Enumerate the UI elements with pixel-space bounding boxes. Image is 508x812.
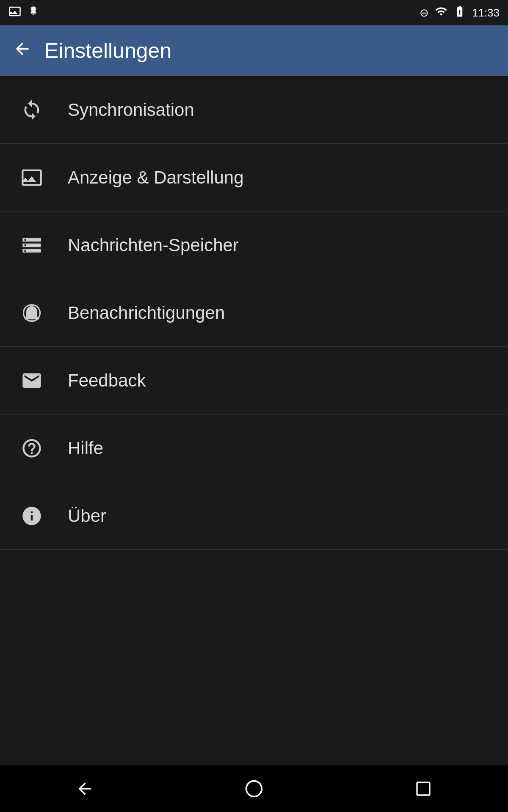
- gallery-icon: [8, 5, 21, 20]
- settings-item-feedback[interactable]: Feedback: [0, 347, 508, 414]
- settings-item-ueber[interactable]: Über: [0, 482, 508, 550]
- dnd-icon: ⊖: [420, 6, 429, 19]
- dropbox-icon: [27, 5, 40, 20]
- settings-item-synchronisation[interactable]: Synchronisation: [0, 76, 508, 144]
- sync-icon: [17, 99, 47, 121]
- help-icon: [17, 437, 47, 459]
- settings-item-benachrichtigungen-label: Benachrichtigungen: [68, 303, 225, 323]
- settings-item-anzeige[interactable]: Anzeige & Darstellung: [0, 144, 508, 211]
- settings-item-synchronisation-label: Synchronisation: [68, 100, 194, 120]
- display-icon: [17, 167, 47, 189]
- bottom-nav: [0, 765, 508, 812]
- settings-item-nachrichten-speicher-label: Nachrichten-Speicher: [68, 235, 239, 255]
- storage-icon: [17, 234, 47, 256]
- nav-home-button[interactable]: [237, 772, 271, 806]
- app-bar: Einstellungen: [0, 25, 508, 76]
- battery-icon: [453, 5, 466, 20]
- settings-list: Synchronisation Anzeige & Darstellung Na…: [0, 76, 508, 550]
- status-bar-left: [8, 5, 40, 20]
- wifi-icon: [435, 5, 447, 20]
- status-time: 11:33: [472, 6, 500, 19]
- status-bar: ⊖ 11:33: [0, 0, 508, 25]
- settings-item-hilfe[interactable]: Hilfe: [0, 414, 508, 482]
- back-button[interactable]: [13, 39, 32, 62]
- settings-item-hilfe-label: Hilfe: [68, 438, 103, 458]
- nav-recent-button[interactable]: [406, 772, 440, 806]
- notification-icon: [17, 302, 47, 324]
- svg-rect-2: [417, 782, 430, 795]
- svg-point-1: [246, 781, 262, 797]
- settings-item-benachrichtigungen[interactable]: Benachrichtigungen: [0, 279, 508, 347]
- settings-item-feedback-label: Feedback: [68, 370, 146, 391]
- nav-back-button[interactable]: [68, 772, 102, 806]
- settings-item-anzeige-label: Anzeige & Darstellung: [68, 167, 244, 188]
- mail-icon: [17, 370, 47, 392]
- settings-item-ueber-label: Über: [68, 506, 106, 526]
- page-title: Einstellungen: [44, 38, 171, 63]
- settings-item-nachrichten-speicher[interactable]: Nachrichten-Speicher: [0, 211, 508, 279]
- status-bar-right: ⊖ 11:33: [420, 5, 500, 20]
- info-circle-icon: [17, 505, 47, 527]
